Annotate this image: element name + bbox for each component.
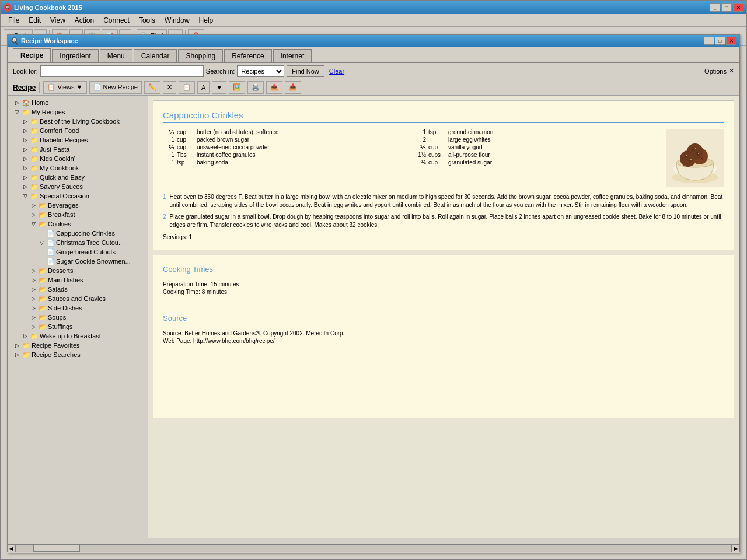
inner-minimize-btn[interactable]: _: [704, 37, 714, 45]
format-btn[interactable]: ▼: [212, 81, 226, 94]
sidebar-just-pasta-label: Just Pasta: [40, 146, 69, 153]
find-now-btn[interactable]: Find Now: [287, 65, 324, 77]
sidebar-wake-up-label: Wake up to Breakfast: [40, 332, 101, 340]
folder-icon-my-recipes: 📁: [22, 108, 30, 116]
tab-recipe[interactable]: Recipe: [13, 48, 51, 62]
sidebar-item-soups[interactable]: ▷ 📂 Soups: [8, 313, 148, 322]
sidebar-item-my-recipes[interactable]: ▽ 📁 My Recipes: [8, 107, 148, 117]
tab-menu[interactable]: Menu: [100, 49, 132, 62]
folder-icon-kids-cookin: 📁: [30, 155, 39, 163]
sidebar-item-special-occasion[interactable]: ▽ 📁 Special Occasion: [8, 191, 148, 201]
toggle-recipe-searches: ▷: [13, 351, 21, 359]
sidebar-item-beverages[interactable]: ▷ 📂 Beverages: [8, 201, 148, 210]
clear-btn[interactable]: Clear: [329, 68, 344, 75]
toggle-recipe-favorites: ▷: [13, 341, 21, 349]
sidebar-item-stuffings[interactable]: ▷ 📂 Stuffings: [8, 322, 148, 331]
toggle-diabetic: ▷: [21, 136, 29, 144]
sidebar-item-main-dishes[interactable]: ▷ 📂 Main Dishes: [8, 275, 148, 285]
look-for-label: Look for:: [13, 68, 38, 75]
edit-btn[interactable]: ✏️: [144, 81, 160, 94]
sidebar-item-comfort-food[interactable]: ▷ 📁 Comfort Food: [8, 126, 148, 135]
sidebar-item-cappuccino[interactable]: 📄 Cappuccino Crinkles: [8, 229, 148, 238]
close-btn[interactable]: ✕: [733, 4, 743, 12]
toggle-salads: ▷: [29, 285, 37, 293]
toggle-savory-sauces: ▷: [21, 183, 29, 191]
tab-shopping[interactable]: Shopping: [178, 49, 223, 62]
sidebar-recipe-searches-label: Recipe Searches: [32, 351, 81, 358]
export-btn[interactable]: 📤: [266, 81, 282, 94]
sidebar-item-desserts[interactable]: ▷ 📂 Desserts: [8, 266, 148, 275]
toggle-home: ▷: [13, 99, 21, 107]
minimize-btn[interactable]: _: [710, 4, 720, 12]
folder-icon-wake-up: 📁: [30, 332, 39, 340]
inner-maximize-btn[interactable]: □: [715, 37, 725, 45]
search-input[interactable]: [40, 65, 204, 77]
menu-file[interactable]: File: [4, 15, 24, 26]
menu-bar: File Edit View Action Connect Tools Wind…: [1, 14, 746, 27]
menu-action[interactable]: Action: [70, 15, 99, 26]
inner-close-btn[interactable]: ✕: [726, 37, 736, 45]
search-in-label: Search in:: [206, 68, 235, 75]
sidebar-item-side-dishes[interactable]: ▷ 📂 Side Dishes: [8, 303, 148, 313]
font-recipe-btn[interactable]: A: [197, 81, 210, 94]
sidebar-item-just-pasta[interactable]: ▷ 📁 Just Pasta: [8, 145, 148, 154]
sidebar-item-christmas-tree[interactable]: ▽ 📄 Christmas Tree Cutou...: [8, 238, 148, 247]
folder-icon-side-dishes: 📂: [39, 304, 47, 312]
sidebar-item-recipe-favorites[interactable]: ▷ 📁 Recipe Favorites: [8, 341, 148, 350]
sidebar-item-recipe-searches[interactable]: ▷ 📁 Recipe Searches: [8, 350, 148, 359]
menu-edit[interactable]: Edit: [24, 15, 46, 26]
menu-connect[interactable]: Connect: [99, 15, 134, 26]
app-title: Living Cookbook 2015: [14, 4, 82, 11]
sidebar-item-wake-up[interactable]: ▷ 📁 Wake up to Breakfast: [8, 331, 148, 341]
sidebar-item-cookies[interactable]: ▽ 📂 Cookies: [8, 219, 148, 229]
scroll-right-btn[interactable]: ▶: [732, 544, 740, 552]
menu-help[interactable]: Help: [194, 15, 218, 26]
sidebar-item-sugar-cookie[interactable]: 📄 Sugar Cookie Snowmen...: [8, 257, 148, 266]
folder-icon-best-of: 📁: [30, 117, 39, 125]
views-btn[interactable]: 📋 Views ▼: [43, 81, 86, 94]
maximize-btn[interactable]: □: [721, 4, 732, 12]
source-text: Source: Better Homes and Gardens®. Copyr…: [163, 330, 724, 337]
main-content: ▷ 🏠 Home ▽ 📁 My Recipes ▷ 📁 Best of the …: [8, 96, 739, 538]
sidebar-item-home[interactable]: ▷ 🏠 Home: [8, 98, 148, 107]
inner-title-text: Recipe Workspace: [21, 37, 78, 44]
menu-view[interactable]: View: [46, 15, 70, 26]
recipe-image: [666, 129, 724, 187]
search-in-dropdown[interactable]: Recipes Ingredients Menus: [237, 65, 284, 77]
tab-calendar[interactable]: Calendar: [134, 49, 177, 62]
menu-tools[interactable]: Tools: [134, 15, 160, 26]
tab-reference[interactable]: Reference: [224, 49, 271, 62]
sidebar-side-dishes-label: Side Dishes: [48, 304, 82, 312]
menu-window[interactable]: Window: [160, 15, 194, 26]
sidebar-item-quick-easy[interactable]: ▷ 📁 Quick and Easy: [8, 173, 148, 182]
sidebar-item-best-of[interactable]: ▷ 📁 Best of the Living Cookbook: [8, 117, 148, 126]
new-recipe-btn[interactable]: 📄 New Recipe: [89, 81, 142, 94]
sidebar-item-gingerbread[interactable]: 📄 Gingerbread Cutouts: [8, 247, 148, 257]
sidebar: ▷ 🏠 Home ▽ 📁 My Recipes ▷ 📁 Best of the …: [8, 96, 148, 538]
horizontal-scrollbar[interactable]: [15, 544, 732, 552]
tab-internet[interactable]: Internet: [273, 49, 312, 62]
ingredient-row: 1 cup packed brown sugar: [163, 136, 410, 143]
sidebar-item-savory-sauces[interactable]: ▷ 📁 Savory Sauces: [8, 182, 148, 191]
sidebar-item-breakfast-sub[interactable]: ▷ 📂 Breakfast: [8, 210, 148, 219]
toggle-cookies: ▽: [29, 220, 37, 228]
ingredients-left: ⅓ cup butter (no substitutes), softened …: [163, 129, 410, 187]
import-btn[interactable]: 📥: [285, 81, 301, 94]
sidebar-cookies-label: Cookies: [48, 220, 71, 228]
ingredient-row: 1 Tbs instant coffee granules: [163, 152, 410, 158]
scroll-thumb[interactable]: [33, 545, 80, 552]
sidebar-item-kids-cookin[interactable]: ▷ 📁 Kids Cookin': [8, 154, 148, 163]
recipe-sep-1: [39, 82, 40, 93]
sidebar-item-salads[interactable]: ▷ 📂 Salads: [8, 285, 148, 294]
recipe-area[interactable]: Cappuccino Crinkles ⅓ cup butter (no sub…: [148, 96, 739, 538]
sidebar-item-sauces-gravies[interactable]: ▷ 📂 Sauces and Gravies: [8, 294, 148, 303]
print-btn[interactable]: 🖨️: [247, 81, 264, 94]
scroll-left-btn[interactable]: ◀: [7, 544, 15, 552]
options-close-icon[interactable]: ✕: [729, 67, 734, 75]
tab-ingredient[interactable]: Ingredient: [52, 49, 98, 62]
sidebar-item-my-cookbook[interactable]: ▷ 📁 My Cookbook: [8, 163, 148, 173]
copy-recipe-btn[interactable]: 📋: [179, 81, 195, 94]
delete-btn[interactable]: ✕: [163, 81, 176, 94]
image-btn[interactable]: 🖼️: [229, 81, 245, 94]
sidebar-item-diabetic[interactable]: ▷ 📁 Diabetic Recipes: [8, 135, 148, 145]
